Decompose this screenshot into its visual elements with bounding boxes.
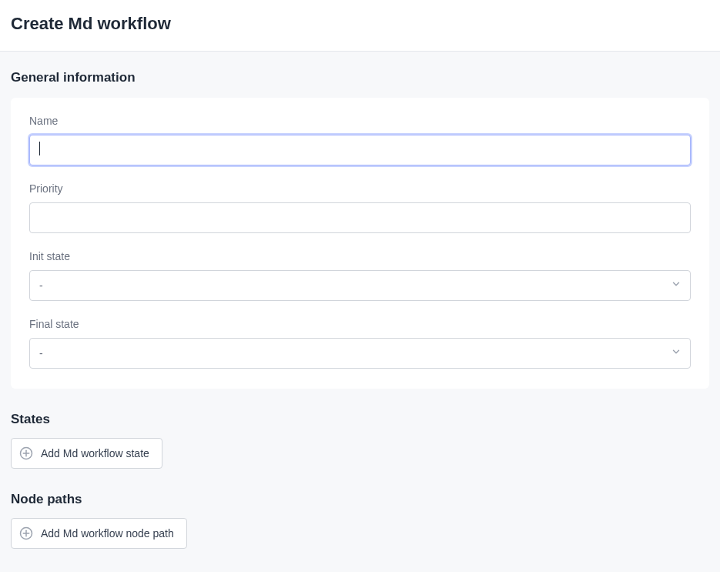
init-state-selected-value: -	[39, 279, 43, 292]
init-state-label: Init state	[29, 250, 691, 262]
plus-circle-icon	[19, 526, 33, 540]
priority-label: Priority	[29, 182, 691, 195]
final-state-label: Final state	[29, 318, 691, 330]
final-state-select[interactable]: -	[29, 338, 691, 369]
final-state-selected-value: -	[39, 347, 43, 359]
add-node-path-button[interactable]: Add Md workflow node path	[11, 518, 187, 549]
name-label: Name	[29, 115, 691, 127]
name-field[interactable]	[29, 135, 691, 165]
general-info-card: Name Priority Init state - Final state	[11, 98, 709, 389]
add-state-button-label: Add Md workflow state	[41, 447, 149, 459]
page-title: Create Md workflow	[11, 14, 709, 34]
priority-field[interactable]	[29, 202, 691, 233]
add-node-path-button-label: Add Md workflow node path	[41, 527, 174, 540]
general-info-heading: General information	[11, 70, 709, 85]
text-caret	[39, 142, 40, 155]
states-heading: States	[11, 412, 709, 427]
node-paths-heading: Node paths	[11, 492, 709, 507]
init-state-select[interactable]: -	[29, 270, 691, 301]
add-state-button[interactable]: Add Md workflow state	[11, 438, 162, 469]
plus-circle-icon	[19, 446, 33, 460]
